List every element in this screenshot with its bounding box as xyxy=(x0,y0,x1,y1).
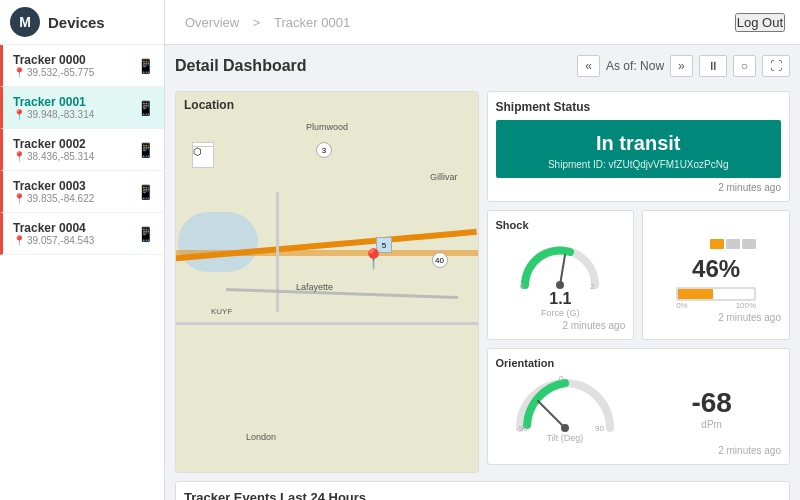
orientation-tilt-label: Tilt (Deg) xyxy=(547,433,584,443)
svg-point-5 xyxy=(561,424,569,432)
breadcrumb-separator: > xyxy=(253,15,261,30)
svg-line-4 xyxy=(538,401,565,428)
dashboard-title: Detail Dashboard xyxy=(175,57,307,75)
device-item-tracker-0002[interactable]: Tracker 0002 📍38.436,-85.314 📱 xyxy=(0,129,164,171)
time-controls: « As of: Now » ⏸ ○ ⛶ xyxy=(577,55,790,77)
battery-value: 46% xyxy=(692,255,740,283)
shock-title: Shock xyxy=(496,219,626,231)
device-item-tracker-0001[interactable]: Tracker 0001 📍39.948,-83.314 📱 xyxy=(0,87,164,129)
svg-text:-90: -90 xyxy=(516,424,528,433)
battery-card: Battery 46% xyxy=(642,210,790,340)
device-item-tracker-0004[interactable]: Tracker 0004 📍39.057,-84.543 📱 xyxy=(0,213,164,255)
svg-text:0: 0 xyxy=(559,374,564,383)
svg-text:90: 90 xyxy=(595,424,604,433)
map-card: Location Plumwood Gillivar Lafayette xyxy=(175,91,479,473)
device-item-tracker-0000[interactable]: Tracker 0000 📍39.532,-85.775 📱 xyxy=(0,45,164,87)
time-refresh-button[interactable]: ○ xyxy=(733,55,756,77)
orientation-time: 2 minutes ago xyxy=(496,445,782,456)
time-pause-button[interactable]: ⏸ xyxy=(699,55,727,77)
shock-unit: Force (G) xyxy=(541,308,580,318)
shock-time: 2 minutes ago xyxy=(496,320,626,331)
map-label: Location xyxy=(184,98,234,112)
shock-value: 1.1 xyxy=(549,290,571,308)
app-logo: M xyxy=(10,7,40,37)
main-content: Overview > Tracker 0001 Log Out Detail D… xyxy=(165,0,800,500)
topbar: Overview > Tracker 0001 Log Out xyxy=(165,0,800,45)
orientation-gauge-svg: -90 90 0 xyxy=(515,373,615,433)
as-of-label: As of: Now xyxy=(606,59,664,73)
sidebar-header: M Devices xyxy=(0,0,164,45)
shipment-status-title: Shipment Status xyxy=(496,100,782,114)
battery-high-label: 100% xyxy=(736,301,756,310)
battery-time: 2 minutes ago xyxy=(651,312,781,323)
dashboard-top-row: Detail Dashboard « As of: Now » ⏸ ○ ⛶ xyxy=(175,55,790,85)
sidebar-title: Devices xyxy=(48,14,105,31)
shock-battery-row: Shock xyxy=(487,210,791,340)
content-area: Detail Dashboard « As of: Now » ⏸ ○ ⛶ Lo… xyxy=(165,45,800,500)
map-layers-button[interactable]: ⬡ xyxy=(192,146,214,168)
events-title: Tracker Events Last 24 Hours xyxy=(184,490,781,500)
device-item-tracker-0003[interactable]: Tracker 0003 📍39.835,-84.622 📱 xyxy=(0,171,164,213)
breadcrumb: Overview > Tracker 0001 xyxy=(180,15,355,30)
shipment-in-transit: In transit Shipment ID: vfZUtQdjvVFM1UXo… xyxy=(496,120,782,178)
battery-low-label: 0% xyxy=(676,301,688,310)
svg-text:0: 0 xyxy=(520,282,525,290)
breadcrumb-current: Tracker 0001 xyxy=(274,15,350,30)
svg-line-0 xyxy=(560,255,565,285)
svg-point-1 xyxy=(556,281,564,289)
transit-time: 2 minutes ago xyxy=(496,182,782,193)
shock-card: Shock xyxy=(487,210,635,340)
shipment-status-card: Shipment Status In transit Shipment ID: … xyxy=(487,91,791,202)
orientation-value: -68 xyxy=(642,387,781,419)
time-next-next-button[interactable]: » xyxy=(670,55,693,77)
time-expand-button[interactable]: ⛶ xyxy=(762,55,790,77)
shock-gauge-svg: 0 2 xyxy=(515,235,605,290)
svg-text:2: 2 xyxy=(590,282,595,290)
time-prev-prev-button[interactable]: « xyxy=(577,55,600,77)
right-panel: Shipment Status In transit Shipment ID: … xyxy=(487,91,791,465)
device-list: Tracker 0000 📍39.532,-85.775 📱 Tracker 0… xyxy=(0,45,164,255)
orientation-card: Orientation -90 90 xyxy=(487,348,791,465)
shipment-id: Shipment ID: vfZUtQdjvVFM1UXozPcNg xyxy=(506,159,772,170)
breadcrumb-overview: Overview xyxy=(185,15,239,30)
orientation-title: Orientation xyxy=(496,357,782,369)
events-card: Tracker Events Last 24 Hours Level ⇕ Sub… xyxy=(175,481,790,500)
orientation-unit: dPm xyxy=(642,419,781,430)
logout-button[interactable]: Log Out xyxy=(735,13,785,32)
sidebar: M Devices Tracker 0000 📍39.532,-85.775 📱… xyxy=(0,0,165,500)
transit-label: In transit xyxy=(506,132,772,155)
